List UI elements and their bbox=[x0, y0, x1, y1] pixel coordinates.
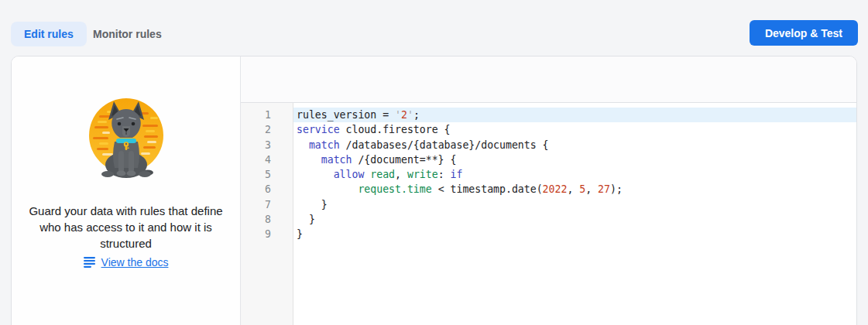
line-number-gutter: 123456789 bbox=[241, 103, 293, 325]
rules-description: Guard your data with rules that define w… bbox=[29, 203, 224, 251]
line-number: 6 bbox=[241, 182, 271, 197]
code-line[interactable]: } bbox=[293, 227, 856, 241]
code-line[interactable]: service cloud.firestore { bbox=[293, 122, 856, 137]
line-number: 5 bbox=[241, 167, 271, 182]
rules-code-editor[interactable]: 123456789 rules_version = '2';service cl… bbox=[241, 103, 856, 325]
code-line[interactable]: match /databases/{database}/documents { bbox=[293, 138, 856, 152]
firestore-rules-page: Edit rules Monitor rules Develop & Test bbox=[0, 0, 868, 325]
tab-edit-rules[interactable]: Edit rules bbox=[11, 22, 87, 46]
code-area[interactable]: rules_version = '2';service cloud.firest… bbox=[293, 103, 856, 325]
tab-monitor-rules[interactable]: Monitor rules bbox=[81, 22, 174, 46]
editor-pane: 123456789 rules_version = '2';service cl… bbox=[241, 56, 856, 325]
line-number: 8 bbox=[241, 212, 271, 227]
line-number: 9 bbox=[241, 227, 271, 241]
docs-lines-icon bbox=[84, 257, 96, 268]
develop-and-test-button[interactable]: Develop & Test bbox=[750, 20, 858, 46]
line-number: 4 bbox=[241, 152, 271, 167]
code-line[interactable]: rules_version = '2'; bbox=[293, 108, 856, 122]
line-number: 7 bbox=[241, 197, 271, 212]
view-docs-link[interactable]: View the docs bbox=[84, 256, 169, 269]
rules-card: Guard your data with rules that define w… bbox=[11, 56, 857, 325]
code-line[interactable]: request.time < timestamp.date(2022, 5, 2… bbox=[293, 182, 856, 197]
code-line[interactable]: allow read, write: if bbox=[293, 167, 856, 182]
line-number: 1 bbox=[241, 108, 271, 122]
view-docs-label[interactable]: View the docs bbox=[101, 256, 169, 269]
line-number: 3 bbox=[241, 138, 271, 152]
code-line[interactable]: match /{document=**} { bbox=[293, 152, 856, 167]
guard-dog-illustration bbox=[76, 95, 177, 188]
code-line[interactable]: } bbox=[293, 212, 856, 227]
line-number: 2 bbox=[241, 122, 271, 137]
rules-info-panel: Guard your data with rules that define w… bbox=[12, 56, 241, 325]
code-line[interactable]: } bbox=[293, 197, 856, 212]
editor-toolbar bbox=[241, 56, 856, 103]
